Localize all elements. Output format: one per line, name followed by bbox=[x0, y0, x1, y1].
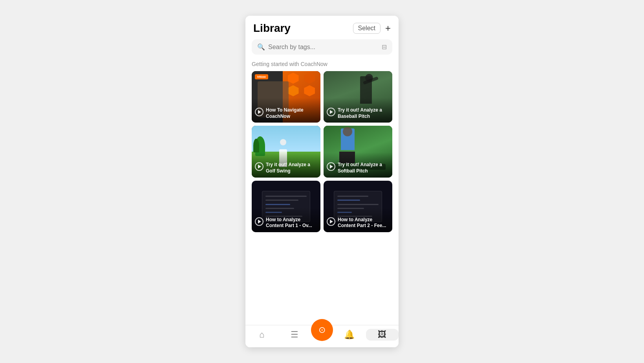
page-title: Library bbox=[253, 22, 291, 35]
nav-item-media[interactable]: 🖼 bbox=[366, 329, 399, 341]
video-card-navigate[interactable]: hNow How To Navigate CoachNow bbox=[252, 71, 320, 123]
list-icon: ☰ bbox=[291, 330, 298, 339]
video-overlay-navigate: How To Navigate CoachNow bbox=[252, 98, 320, 123]
play-icon-baseball bbox=[327, 108, 335, 116]
video-title-softball: Try it out! Analyze a Softball Pitch bbox=[338, 162, 389, 174]
video-info-golf: Try it out! Analyze a Golf Swing bbox=[255, 162, 317, 174]
video-grid: hNow How To Navigate CoachNow bbox=[252, 71, 392, 238]
video-info-navigate: How To Navigate CoachNow bbox=[255, 107, 317, 119]
search-input[interactable] bbox=[268, 44, 379, 51]
coachnow-badge: hNow bbox=[255, 74, 268, 79]
search-bar: 🔍 ⊟ bbox=[252, 39, 392, 55]
play-icon-analyze1 bbox=[255, 217, 263, 226]
nav-item-home[interactable]: ⌂ bbox=[245, 329, 278, 341]
video-info-analyze2: How to Analyze Content Part 2 - Fee... bbox=[327, 217, 389, 229]
video-title-baseball: Try it out! Analyze a Baseball Pitch bbox=[338, 107, 389, 119]
filter-icon[interactable]: ⊟ bbox=[382, 43, 387, 51]
video-title-navigate: How To Navigate CoachNow bbox=[266, 107, 317, 119]
play-icon-navigate bbox=[255, 108, 263, 116]
video-info-analyze1: How to Analyze Content Part 1 - Ov... bbox=[255, 217, 317, 229]
video-title-analyze2: How to Analyze Content Part 2 - Fee... bbox=[338, 217, 389, 229]
video-info-softball: Try it out! Analyze a Softball Pitch bbox=[327, 162, 389, 174]
home-icon: ⌂ bbox=[259, 330, 264, 339]
camera-icon: ⊙ bbox=[318, 325, 326, 335]
header-actions: Select + bbox=[353, 23, 391, 34]
select-button[interactable]: Select bbox=[353, 23, 381, 34]
play-icon-softball bbox=[327, 162, 335, 171]
bottom-nav: ⌂ ☰ ⊙ 🔔 🖼 bbox=[245, 325, 399, 347]
camera-fab-button[interactable]: ⊙ bbox=[311, 319, 333, 341]
video-title-golf: Try it out! Analyze a Golf Swing bbox=[266, 162, 317, 174]
video-title-analyze1: How to Analyze Content Part 1 - Ov... bbox=[266, 217, 317, 229]
nav-item-list[interactable]: ☰ bbox=[278, 329, 311, 341]
bell-icon: 🔔 bbox=[344, 330, 355, 339]
video-card-analyze2[interactable]: How to Analyze Content Part 2 - Fee... bbox=[324, 181, 392, 232]
video-overlay-analyze1: How to Analyze Content Part 1 - Ov... bbox=[252, 207, 320, 232]
play-icon-analyze2 bbox=[327, 217, 335, 226]
content-scroll: hNow How To Navigate CoachNow bbox=[245, 71, 399, 325]
video-overlay-golf: Try it out! Analyze a Golf Swing bbox=[252, 152, 320, 177]
video-info-baseball: Try it out! Analyze a Baseball Pitch bbox=[327, 107, 389, 119]
video-card-softball[interactable]: Try it out! Analyze a Softball Pitch bbox=[324, 126, 392, 177]
video-card-golf[interactable]: Try it out! Analyze a Golf Swing bbox=[252, 126, 320, 177]
header: Library Select + bbox=[245, 16, 399, 39]
media-icon: 🖼 bbox=[378, 330, 386, 339]
video-overlay-analyze2: How to Analyze Content Part 2 - Fee... bbox=[324, 207, 392, 232]
nav-item-notifications[interactable]: 🔔 bbox=[333, 329, 366, 341]
section-title: Getting started with CoachNow bbox=[245, 59, 399, 71]
video-overlay-softball: Try it out! Analyze a Softball Pitch bbox=[324, 152, 392, 177]
video-card-baseball[interactable]: Try it out! Analyze a Baseball Pitch bbox=[324, 71, 392, 123]
play-icon-golf bbox=[255, 162, 263, 171]
video-overlay-baseball: Try it out! Analyze a Baseball Pitch bbox=[324, 98, 392, 123]
search-icon: 🔍 bbox=[257, 43, 265, 51]
phone-container: Library Select + 🔍 ⊟ Getting started wit… bbox=[245, 16, 399, 347]
video-card-analyze1[interactable]: How to Analyze Content Part 1 - Ov... bbox=[252, 181, 320, 232]
add-button[interactable]: + bbox=[385, 24, 391, 33]
